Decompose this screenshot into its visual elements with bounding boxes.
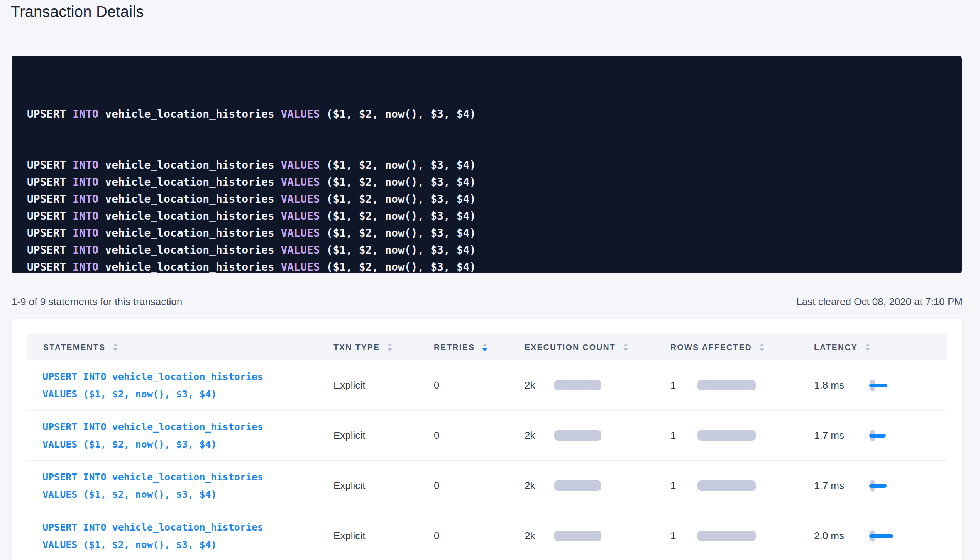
token-upsert: UPSERT <box>27 261 73 273</box>
latency-cell: 1.7 ms <box>811 479 947 493</box>
sort-control[interactable] <box>388 343 392 351</box>
sort-desc-icon-active[interactable] <box>482 348 487 351</box>
sort-control[interactable] <box>113 343 118 351</box>
column-header-label: RETRIES <box>434 343 475 352</box>
token-upsert: UPSERT <box>27 159 73 171</box>
sort-desc-icon[interactable] <box>760 348 764 351</box>
token-table-name: vehicle_location_histories <box>105 210 281 222</box>
token-params: ($1, $2, now(), $3, $4) <box>326 108 476 120</box>
column-header-label: EXECUTION COUNT <box>525 343 616 352</box>
sort-control[interactable] <box>623 343 628 351</box>
sort-desc-icon[interactable] <box>623 348 628 351</box>
token-values: VALUES <box>281 244 326 256</box>
token-upsert: UPSERT <box>27 210 73 222</box>
latency-cell: 2.0 ms <box>811 529 947 543</box>
execution-count-cell: 2k <box>522 530 668 542</box>
rows-affected-bar <box>697 380 756 390</box>
token-upsert: UPSERT <box>27 193 73 205</box>
rows-affected-value: 1 <box>670 530 697 542</box>
execution-count-cell: 2k <box>522 379 668 391</box>
sql-code-line: UPSERT INTO vehicle_location_histories V… <box>27 191 946 208</box>
sort-desc-icon[interactable] <box>113 348 118 351</box>
token-into: INTO <box>73 227 105 239</box>
column-header-latency[interactable]: LATENCY <box>811 343 947 352</box>
column-header-execution-count[interactable]: EXECUTION COUNT <box>522 343 668 352</box>
column-header-statements[interactable]: STATEMENTS <box>27 343 331 352</box>
table-row: UPSERT INTO vehicle_location_historiesVA… <box>27 411 947 461</box>
sort-asc-icon[interactable] <box>388 343 392 346</box>
sort-desc-icon[interactable] <box>388 348 392 351</box>
column-header-label: TXN TYPE <box>333 343 380 352</box>
sql-code-line: UPSERT INTO vehicle_location_histories V… <box>27 259 946 273</box>
sort-asc-icon[interactable] <box>760 343 764 346</box>
retries-cell: 0 <box>431 480 522 492</box>
token-upsert: UPSERT <box>27 176 73 188</box>
execution-count-bar <box>554 480 601 491</box>
last-cleared-text: Last cleared Oct 08, 2020 at 7:10 PM <box>796 296 963 308</box>
sql-statements-box: UPSERT INTO vehicle_location_histories V… <box>12 56 962 273</box>
statement-link[interactable]: UPSERT INTO vehicle_location_historiesVA… <box>42 468 331 503</box>
token-into: INTO <box>73 193 105 205</box>
sort-control[interactable] <box>865 343 870 351</box>
token-upsert: UPSERT <box>27 108 73 120</box>
sort-asc-icon[interactable] <box>113 343 118 346</box>
token-values: VALUES <box>281 159 326 171</box>
token-params: ($1, $2, now(), $3, $4) <box>326 193 476 205</box>
column-header-label: LATENCY <box>814 343 858 352</box>
token-upsert: UPSERT <box>27 244 73 256</box>
statement-cell: UPSERT INTO vehicle_location_historiesVA… <box>27 418 331 453</box>
table-header-row: STATEMENTS TXN TYPE RETRIES <box>27 334 947 360</box>
column-header-label: STATEMENTS <box>43 343 105 352</box>
sort-asc-icon[interactable] <box>482 343 487 346</box>
rows-affected-cell: 1 <box>668 480 811 492</box>
statement-cell: UPSERT INTO vehicle_location_historiesVA… <box>27 519 331 553</box>
sql-code-line: UPSERT INTO vehicle_location_histories V… <box>27 208 946 225</box>
token-table-name: vehicle_location_histories <box>105 159 281 171</box>
column-header-rows-affected[interactable]: ROWS AFFECTED <box>668 343 811 352</box>
statement-line-2: VALUES ($1, $2, now(), $3, $4) <box>42 539 217 550</box>
token-values: VALUES <box>281 193 326 205</box>
sort-asc-icon[interactable] <box>623 343 628 346</box>
sort-desc-icon[interactable] <box>865 348 870 351</box>
sort-control[interactable] <box>482 343 487 351</box>
token-table-name: vehicle_location_histories <box>105 176 281 188</box>
execution-count-cell: 2k <box>522 480 668 492</box>
rows-affected-value: 1 <box>670 480 697 492</box>
token-params: ($1, $2, now(), $3, $4) <box>326 244 476 256</box>
statement-line-1: UPSERT INTO vehicle_location_histories <box>42 371 263 382</box>
statements-table-card: STATEMENTS TXN TYPE RETRIES <box>12 319 963 560</box>
column-header-label: ROWS AFFECTED <box>670 343 752 352</box>
latency-value: 1.7 ms <box>814 480 870 492</box>
token-into: INTO <box>73 108 105 120</box>
token-params: ($1, $2, now(), $3, $4) <box>326 176 476 188</box>
statement-line-2: VALUES ($1, $2, now(), $3, $4) <box>42 389 217 400</box>
latency-cell: 1.7 ms <box>811 429 947 443</box>
execution-count-value: 2k <box>525 379 554 391</box>
rows-affected-value: 1 <box>670 429 697 441</box>
sort-control[interactable] <box>760 343 764 351</box>
latency-cell: 1.8 ms <box>811 378 947 392</box>
token-params: ($1, $2, now(), $3, $4) <box>326 159 476 171</box>
token-table-name: vehicle_location_histories <box>105 261 281 273</box>
latency-chart <box>870 429 905 443</box>
retries-cell: 0 <box>431 530 522 542</box>
token-params: ($1, $2, now(), $3, $4) <box>326 210 476 222</box>
table-row: UPSERT INTO vehicle_location_historiesVA… <box>27 511 947 560</box>
latency-chart <box>870 479 905 493</box>
column-header-retries[interactable]: RETRIES <box>431 343 522 352</box>
rows-affected-cell: 1 <box>668 379 811 391</box>
rows-affected-bar <box>697 480 756 491</box>
rows-affected-bar <box>697 531 756 541</box>
statement-link[interactable]: UPSERT INTO vehicle_location_historiesVA… <box>42 368 331 403</box>
table-row: UPSERT INTO vehicle_location_historiesVA… <box>27 461 947 511</box>
txn-type-cell: Explicit <box>331 530 431 542</box>
sort-asc-icon[interactable] <box>865 343 870 346</box>
token-into: INTO <box>73 159 105 171</box>
statement-link[interactable]: UPSERT INTO vehicle_location_historiesVA… <box>42 519 331 553</box>
column-header-txn-type[interactable]: TXN TYPE <box>331 343 431 352</box>
sql-code-line: UPSERT INTO vehicle_location_histories V… <box>27 174 946 191</box>
statement-link[interactable]: UPSERT INTO vehicle_location_historiesVA… <box>42 418 331 453</box>
execution-count-bar <box>554 380 601 390</box>
token-into: INTO <box>73 176 105 188</box>
latency-bar <box>869 484 887 488</box>
